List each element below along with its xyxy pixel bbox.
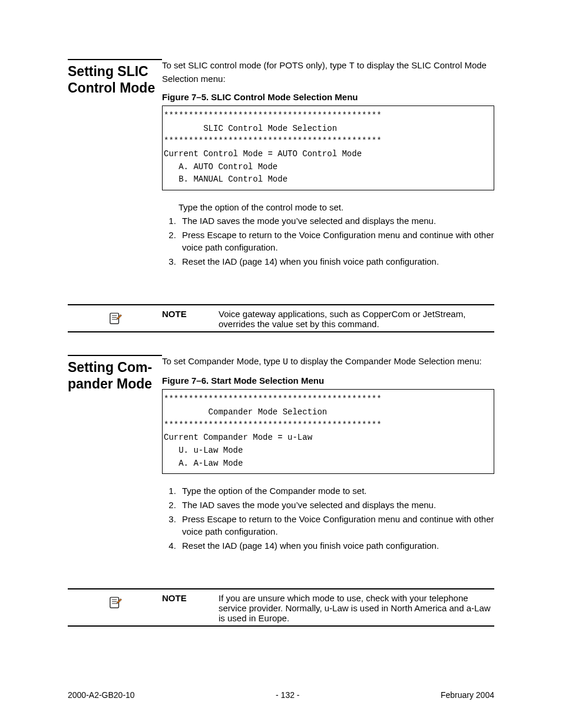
step-item: Reset the IAD (page 14) when you finish … [178, 539, 494, 552]
notepad-icon [107, 311, 123, 327]
note-label: NOTE [162, 308, 219, 329]
notepad-icon [107, 595, 123, 611]
note-text: Voice gateway applications, such as Copp… [219, 308, 494, 329]
console-output-slic: ****************************************… [162, 106, 494, 190]
lead-text: Type the option of the control mode to s… [178, 201, 494, 213]
intro-paragraph: To set SLIC control mode (for POTS only)… [162, 59, 494, 85]
console-output-compander: ****************************************… [162, 389, 494, 474]
figure-caption-7-6: Figure 7–6. Start Mode Selection Menu [162, 374, 494, 387]
steps-list: Type the option of the Compander mode to… [162, 485, 494, 552]
intro-text-b: to display the Compander Mode Selection … [288, 356, 482, 366]
step-item: The IAD saves the mode you’ve selected a… [178, 499, 494, 511]
step-item: The IAD saves the mode you’ve selected a… [178, 215, 494, 227]
note-text: If you are unsure which mode to use, che… [219, 592, 494, 623]
footer-date: February 2004 [441, 690, 494, 700]
section-heading-compander: Setting Com­pander Mode [68, 355, 162, 392]
intro-paragraph: To set Compander Mode, type U to display… [162, 355, 494, 368]
step-item: Reset the IAD (page 14) when you finish … [178, 255, 494, 268]
steps-list: The IAD saves the mode you’ve selected a… [162, 215, 494, 268]
footer-page-number: - 132 - [276, 690, 299, 700]
figure-caption-7-5: Figure 7–5. SLIC Control Mode Selection … [162, 91, 494, 103]
intro-text-a: To set SLIC control mode (for POTS only)… [162, 60, 349, 70]
step-item: Press Escape to return to the Voice Conf… [178, 229, 494, 253]
intro-key: U [283, 357, 288, 367]
note-block: NOTE Voice gateway applications, such as… [68, 304, 494, 332]
section-heading-slic: Setting SLIC Con­trol Mode [68, 59, 162, 96]
step-item: Type the option of the Compander mode to… [178, 485, 494, 497]
note-block: NOTE If you are unsure which mode to use… [68, 588, 494, 627]
intro-text-a: To set Compander Mode, type [162, 356, 283, 366]
step-item: Press Escape to return to the Voice Conf… [178, 513, 494, 538]
intro-key: T [349, 61, 355, 71]
page-footer: 2000-A2-GB20-10 - 132 - February 2004 [68, 690, 494, 700]
note-label: NOTE [162, 592, 219, 623]
footer-doc-id: 2000-A2-GB20-10 [68, 690, 135, 700]
